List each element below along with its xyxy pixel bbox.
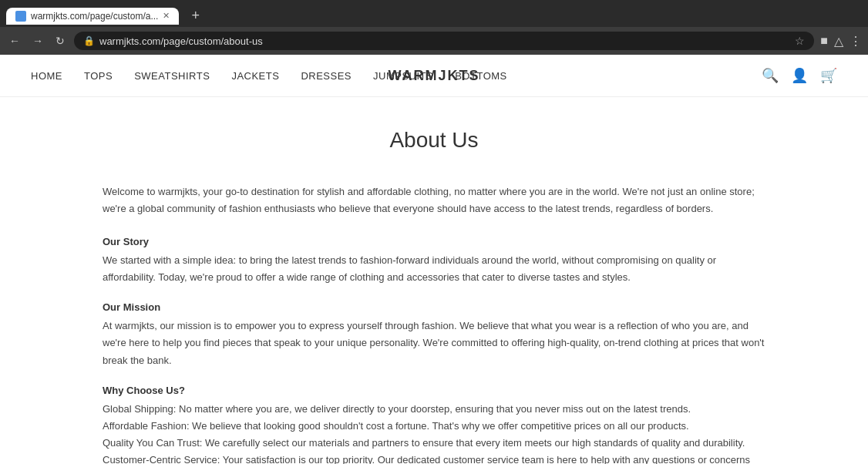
- bookmark-icon[interactable]: ☆: [795, 35, 805, 47]
- back-button[interactable]: ←: [6, 33, 23, 49]
- section-our-story: Our Story We started with a simple idea:…: [103, 236, 765, 286]
- section-title-why: Why Choose Us?: [103, 385, 765, 396]
- address-input[interactable]: [99, 35, 790, 47]
- nav-home[interactable]: HOME: [31, 70, 62, 82]
- main-content: About Us Welcome to warmjkts, your go-to…: [87, 97, 781, 464]
- forward-button[interactable]: →: [29, 33, 46, 49]
- page-title: About Us: [103, 128, 765, 153]
- nav-dresses[interactable]: DRESSES: [301, 70, 352, 82]
- search-icon[interactable]: 🔍: [762, 67, 779, 84]
- browser-tab-active[interactable]: warmjkts.com/page/custom/a... ✕: [6, 8, 179, 25]
- site-nav: HOME TOPS SWEATSHIRTS JACKETS DRESSES JU…: [0, 55, 868, 97]
- section-body-mission: At warmjkts, our mission is to empower y…: [103, 318, 765, 368]
- nav-tops[interactable]: TOPS: [84, 70, 113, 82]
- profile-icon[interactable]: △: [834, 34, 843, 49]
- reload-button[interactable]: ↻: [52, 33, 68, 49]
- browser-tabs: warmjkts.com/page/custom/a... ✕ +: [6, 5, 862, 27]
- cart-icon[interactable]: 🛒: [820, 67, 837, 84]
- section-body-why: Global Shipping: No matter where you are…: [103, 401, 765, 464]
- section-why-choose: Why Choose Us? Global Shipping: No matte…: [103, 385, 765, 464]
- tab-close-button[interactable]: ✕: [163, 11, 170, 21]
- tab-title: warmjkts.com/page/custom/a...: [31, 11, 158, 22]
- account-icon[interactable]: 👤: [791, 67, 808, 84]
- intro-text: Welcome to warmjkts, your go-to destinat…: [103, 183, 765, 217]
- lock-icon: 🔒: [83, 35, 95, 46]
- section-our-mission: Our Mission At warmjkts, our mission is …: [103, 301, 765, 368]
- extensions-icon[interactable]: ■: [820, 34, 828, 48]
- browser-chrome: warmjkts.com/page/custom/a... ✕ +: [0, 0, 868, 27]
- nav-sweatshirts[interactable]: SWEATSHIRTS: [134, 70, 210, 82]
- browser-right-icons: ■ △ ⋮: [820, 34, 862, 49]
- section-title-story: Our Story: [103, 236, 765, 247]
- nav-icons: 🔍 👤 🛒: [762, 67, 837, 84]
- menu-icon[interactable]: ⋮: [849, 34, 862, 49]
- browser-controls: ← → ↻ 🔒 ☆ ■ △ ⋮: [0, 27, 868, 55]
- address-bar[interactable]: 🔒 ☆: [74, 32, 814, 50]
- section-body-story: We started with a simple idea: to bring …: [103, 252, 765, 286]
- nav-jackets[interactable]: JACKETS: [231, 70, 279, 82]
- new-tab-button[interactable]: +: [182, 5, 209, 27]
- section-title-mission: Our Mission: [103, 301, 765, 313]
- site-logo: WARMJKTS: [389, 68, 480, 84]
- tab-favicon: [15, 11, 26, 22]
